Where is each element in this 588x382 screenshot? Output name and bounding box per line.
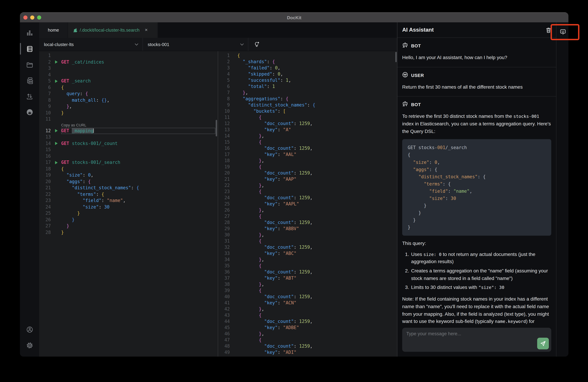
chevron-down-icon	[240, 43, 244, 45]
line-number: 15	[218, 139, 232, 145]
smiley-sunglasses-icon	[402, 72, 408, 79]
line-number: 44	[218, 318, 232, 325]
code-line: 45"key": "ADBE"	[218, 325, 397, 331]
code-line: 40"doc_count": 1259,	[218, 294, 397, 300]
code-text: {	[237, 114, 397, 121]
editor-results-split: 12GET _cat/indices345GET _search6{7query…	[39, 51, 397, 357]
code-line: 23{	[218, 189, 397, 195]
code-line: 11	[39, 116, 218, 123]
toolbar: local-cluster-lts stocks-001	[39, 38, 397, 51]
run-query-icon[interactable]	[53, 140, 60, 147]
tab-home[interactable]: home	[39, 22, 68, 38]
line-number: 48	[218, 343, 232, 349]
tab-bar: home /.dockit/local-cluster-lts.search ✕	[39, 22, 397, 38]
sidebar-item-account[interactable]	[20, 321, 39, 337]
code-text: "doc_count": 1259,	[237, 269, 397, 275]
line-number: 40	[218, 294, 232, 300]
gutter-spacer	[53, 191, 60, 197]
editor-scrollbar[interactable]	[216, 120, 217, 136]
sidebar-item-import-export[interactable]	[20, 88, 39, 104]
code-line: 10"buckets": [	[218, 108, 397, 114]
code-line: 19"size": 0,	[39, 172, 218, 178]
gutter-spacer	[53, 210, 60, 217]
code-line: 18{	[39, 166, 218, 172]
line-number: 9	[218, 102, 232, 108]
line-number	[39, 123, 53, 127]
connection-select[interactable]: local-cluster-lts	[39, 38, 143, 51]
gutter-spacer	[53, 178, 60, 185]
code-text: },	[237, 158, 397, 164]
code-text: {	[237, 139, 397, 145]
line-number: 34	[218, 257, 232, 263]
line-number: 2	[39, 59, 53, 65]
copy-as-curl-lens[interactable]: Copy as CURL	[61, 123, 218, 127]
index-select[interactable]: stocks-001	[143, 38, 248, 51]
code-text: "field": "name",	[61, 197, 218, 204]
sidebar-item-settings[interactable]	[20, 337, 39, 353]
code-line: 4"skipped": 0,	[218, 71, 397, 77]
close-tab-icon[interactable]: ✕	[145, 28, 148, 32]
code-text: },	[237, 182, 397, 189]
line-number: 15	[39, 147, 53, 153]
explanation-list: Uses size: 0 to not return any actual do…	[402, 251, 551, 291]
code-line: 50},	[218, 356, 397, 357]
line-number: 7	[39, 91, 53, 97]
run-query-icon[interactable]	[53, 127, 60, 134]
run-query-icon[interactable]	[53, 159, 60, 166]
code-text: {	[237, 337, 397, 343]
gutter-spacer	[53, 172, 60, 178]
code-text: {	[237, 53, 397, 59]
gutter-spacer	[53, 153, 60, 159]
results-viewer[interactable]: 1{2"_shards": {3"failed": 0,4"skipped": …	[218, 51, 397, 357]
tab-search-file[interactable]: /.dockit/local-cluster-lts.search ✕	[68, 22, 158, 38]
gutter-spacer	[53, 97, 60, 103]
code-line: 12GET _mapping	[39, 127, 218, 134]
code-line: 27{	[218, 213, 397, 219]
sidebar-item-logo[interactable]	[20, 25, 39, 41]
code-line: 22"terms": {	[39, 191, 218, 197]
code-text: "successful": 1,	[237, 77, 397, 84]
connection-value: local-cluster-lts	[44, 42, 74, 47]
code-text: "doc_count": 1259,	[237, 219, 397, 226]
code-text: },	[237, 232, 397, 238]
code-line: 5"successful": 1,	[218, 77, 397, 84]
sidebar-item-files[interactable]	[20, 57, 39, 72]
insight-button[interactable]	[248, 38, 265, 51]
line-number: 30	[218, 232, 232, 238]
code-line: 15	[39, 147, 218, 153]
results-scrollbar[interactable]	[395, 52, 397, 62]
code-line: 28}	[39, 229, 218, 236]
sidebar-item-collections[interactable]	[20, 72, 39, 88]
sidebar-item-github[interactable]	[20, 104, 39, 120]
code-text: {	[237, 288, 397, 294]
code-text: "doc_count": 1259,	[237, 294, 397, 300]
paper-plane-icon	[540, 340, 546, 347]
gutter-spacer	[53, 65, 60, 72]
code-line: 14},	[218, 133, 397, 139]
sidebar-item-connections[interactable]	[20, 41, 39, 57]
query-editor[interactable]: 12GET _cat/indices345GET _search6{7query…	[39, 51, 218, 357]
line-number: 13	[218, 127, 232, 133]
code-line: 34},	[218, 257, 397, 263]
line-number: 4	[218, 71, 232, 77]
send-button[interactable]	[537, 338, 549, 349]
code-text: "doc_count": 1259,	[237, 121, 397, 127]
app-window: DocKit	[20, 12, 568, 357]
code-text: "aggs": {	[61, 178, 218, 185]
code-text: {	[237, 164, 397, 170]
code-text: "aggregations": {	[237, 96, 397, 102]
run-query-icon[interactable]	[53, 59, 60, 65]
code-line: 12"doc_count": 1259,	[218, 121, 397, 127]
gutter-spacer	[53, 166, 60, 172]
logo-bars-icon	[26, 29, 33, 37]
code-text	[61, 116, 218, 123]
code-line: 21"distinct_stock_names": {	[39, 185, 218, 191]
line-number: 4	[39, 72, 53, 78]
run-query-icon[interactable]	[53, 78, 60, 84]
gutter-spacer	[53, 223, 60, 229]
code-text: "doc_count": 1259,	[237, 343, 397, 349]
chat-input[interactable]	[402, 328, 551, 352]
message-role-label: USER	[411, 73, 424, 78]
code-text: "doc_count": 1259,	[237, 170, 397, 176]
settings-icon	[26, 342, 33, 349]
